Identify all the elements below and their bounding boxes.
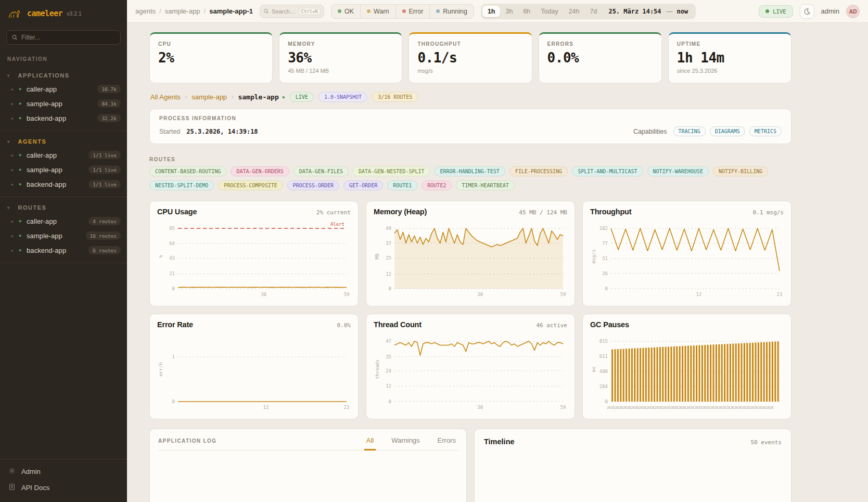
svg-text:MB: MB	[375, 254, 380, 260]
sidebar-item-applications-sample-app[interactable]: ▸●sample-app84.1k	[0, 96, 127, 111]
route-badge-data-gen-files[interactable]: DATA-GEN-FILES	[293, 166, 349, 176]
capability-badge-metrics[interactable]: METRICS	[749, 126, 782, 136]
agent-live-dot-icon: ●	[282, 94, 285, 100]
route-badge-content-based-routing[interactable]: CONTENT-BASED-ROUTING	[149, 166, 226, 176]
sidebar-footer-admin[interactable]: Admin	[5, 464, 122, 480]
chart-card-error-rate: Error Rate0.0%10err/h1223	[149, 314, 359, 419]
breadcrumb-item-agents[interactable]: agents	[135, 7, 156, 15]
timeline-events-count: 50 events	[750, 439, 782, 446]
nav-section-applications[interactable]: ▾APPLICATIONS	[0, 68, 127, 82]
chart-plot: 473524120threads3059	[374, 332, 567, 411]
agent-badge-3-16-routes[interactable]: 3/16 ROUTES	[372, 92, 418, 102]
search-icon	[11, 34, 18, 41]
time-range-7d[interactable]: 7d	[585, 6, 603, 17]
sidebar-item-applications-backend-app[interactable]: ▸●backend-app32.2k	[0, 111, 127, 125]
route-badge-process-composite[interactable]: PROCESS-COMPOSITE	[218, 181, 283, 190]
svg-text:1: 1	[172, 354, 175, 359]
search-box[interactable]: Ctrl+K	[260, 5, 324, 18]
status-dot-icon: ●	[19, 115, 27, 121]
time-range-today[interactable]: Today	[535, 6, 563, 17]
route-badge-get-order[interactable]: GET-ORDER	[343, 181, 383, 190]
svg-text:Alert: Alert	[330, 222, 344, 227]
sidebar-item-routes-sample-app[interactable]: ▸●sample-app16 routes	[0, 228, 127, 243]
chart-plot: 8156114082040ms2026202620262026202620262…	[590, 332, 784, 411]
agent-crumb-all-agents[interactable]: All Agents	[150, 93, 181, 101]
nav-section-agents[interactable]: ▾AGENTS	[0, 134, 127, 148]
app-name: cameleer	[27, 9, 62, 18]
routes-title: ROUTES	[149, 157, 792, 162]
svg-text:815: 815	[599, 339, 608, 344]
breadcrumb: agents/sample-app/sample-app-1	[135, 7, 253, 15]
route-badge-process-order[interactable]: PROCESS-ORDER	[287, 181, 339, 190]
breadcrumb-item-sample-app-1[interactable]: sample-app-1	[209, 7, 253, 15]
capability-badge-tracing[interactable]: TRACING	[673, 126, 706, 136]
breadcrumb-separator: /	[159, 7, 161, 15]
avatar[interactable]: AD	[846, 5, 860, 18]
filter-input[interactable]	[21, 34, 116, 41]
stat-card-throughput: THROUGHPUT0.1/smsg/s	[409, 32, 532, 83]
route-badge-error-handling-test[interactable]: ERROR-HANDLING-TEST	[434, 166, 505, 176]
route-badge-timer-heartbeat[interactable]: TIMER-HEARTBEAT	[456, 181, 514, 190]
status-filter-error[interactable]: Error	[396, 5, 430, 18]
log-tab-warnings[interactable]: Warnings	[389, 436, 422, 450]
route-badge-data-gen-nested-split[interactable]: DATA-GEN-NESTED-SPLIT	[353, 166, 430, 176]
time-range-24h[interactable]: 24h	[564, 6, 585, 17]
username-label: admin	[821, 7, 839, 15]
chart-current-value: 0.0%	[337, 322, 351, 329]
sidebar-item-label: caller-app	[27, 217, 88, 225]
breadcrumb-item-sample-app[interactable]: sample-app	[165, 7, 200, 15]
sidebar-item-applications-caller-app[interactable]: ▸●caller-app10.7k	[0, 82, 127, 96]
time-range-6h[interactable]: 6h	[518, 6, 535, 17]
agent-badge-1-0-snapshot[interactable]: 1.0-SNAPSHOT	[318, 92, 367, 102]
route-badge-notify-billing[interactable]: NOTIFY-BILLING	[713, 166, 768, 176]
sidebar-item-routes-caller-app[interactable]: ▸●caller-app4 routes	[0, 214, 127, 228]
time-range-3h[interactable]: 3h	[500, 6, 518, 17]
stat-label: MEMORY	[288, 41, 393, 47]
sidebar-item-agents-sample-app[interactable]: ▸●sample-app1/1 live	[0, 162, 127, 177]
chart-plot: 10err/h1223	[157, 332, 351, 411]
status-dot-icon	[402, 9, 406, 13]
route-badge-route2[interactable]: ROUTE2	[422, 181, 452, 190]
stat-card-memory: MEMORY36%45 MB / 124 MB	[279, 32, 402, 83]
svg-text:49: 49	[386, 226, 391, 231]
route-badge-route1[interactable]: ROUTE1	[387, 181, 417, 190]
svg-text:21: 21	[169, 271, 175, 276]
agent-crumb-sample-app[interactable]: sample-app	[192, 93, 227, 101]
log-tab-errors[interactable]: Errors	[436, 436, 458, 450]
theme-toggle-button[interactable]	[800, 4, 814, 19]
date-range-to[interactable]: now	[674, 8, 695, 15]
route-badge-file-processing[interactable]: FILE-PROCESSING	[509, 166, 568, 176]
status-dot-icon: ●	[19, 233, 27, 238]
route-badge-nested-split-demo[interactable]: NESTED-SPLIT-DEMO	[149, 181, 214, 190]
status-filter-warn[interactable]: Warn	[361, 5, 395, 18]
live-badge[interactable]: LIVE	[759, 5, 793, 18]
route-badge-data-gen-orders[interactable]: DATA-GEN-ORDERS	[231, 166, 289, 176]
capability-badge-diagrams[interactable]: DIAGRAMS	[710, 126, 745, 136]
svg-text:59: 59	[560, 292, 566, 297]
time-range-group: 1h3h6hToday24h7d25. März 14:54—now	[481, 4, 696, 19]
svg-text:msg/s: msg/s	[591, 249, 596, 263]
sidebar-footer-api-docs[interactable]: API Docs	[5, 480, 122, 496]
stat-label: THROUGHPUT	[417, 41, 523, 47]
filter-box[interactable]	[6, 30, 121, 45]
sidebar-item-agents-caller-app[interactable]: ▸●caller-app1/1 live	[0, 148, 127, 162]
time-range-1h[interactable]: 1h	[482, 6, 501, 17]
search-input[interactable]	[272, 8, 296, 15]
agent-breadcrumb-bar: All Agents›sample-app›sample-app●LIVE1.0…	[150, 92, 790, 102]
route-badge-notify-warehouse[interactable]: NOTIFY-WAREHOUSE	[647, 166, 709, 176]
date-range-from[interactable]: 25. März 14:54	[602, 8, 665, 15]
docs-icon	[8, 483, 16, 492]
svg-text:43: 43	[169, 255, 175, 261]
sidebar-item-agents-backend-app[interactable]: ▸●backend-app1/1 live	[0, 177, 127, 191]
sidebar-item-label: sample-app	[27, 166, 88, 174]
status-filter-ok[interactable]: OK	[331, 5, 361, 18]
nav-section-routes[interactable]: ▾ROUTES	[0, 200, 127, 214]
route-badge-split-and-multicast[interactable]: SPLIT-AND-MULTICAST	[572, 166, 643, 176]
status-filter-running[interactable]: Running	[430, 5, 474, 18]
sidebar-item-routes-backend-app[interactable]: ▸●backend-app6 routes	[0, 243, 127, 258]
log-tab-all[interactable]: All	[364, 436, 376, 450]
stat-cards-row: CPU2%MEMORY36%45 MB / 124 MBTHROUGHPUT0.…	[149, 32, 792, 83]
sidebar-item-label: caller-app	[27, 85, 97, 93]
agent-badge-live[interactable]: LIVE	[290, 92, 314, 102]
chart-card-thread-count: Thread Count46 active473524120threads305…	[366, 314, 575, 419]
